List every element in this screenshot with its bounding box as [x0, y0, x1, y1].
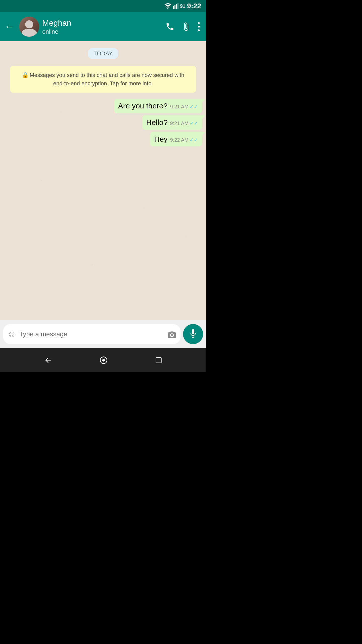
input-area: ☺ [0, 320, 206, 348]
message-text: Hey [154, 135, 167, 143]
more-options-button[interactable] [195, 19, 203, 34]
svg-rect-14 [156, 358, 161, 363]
nav-bar [0, 348, 206, 372]
battery-indicator: 91 [180, 3, 186, 9]
message-text: Hello? [146, 118, 168, 127]
message-time: 9:21 AM [170, 120, 189, 126]
read-receipt-icon: ✓✓ [190, 120, 198, 126]
home-nav-button[interactable] [97, 353, 111, 367]
message-time: 9:21 AM [170, 104, 189, 110]
contact-info: Meghan online [42, 18, 159, 35]
message-bubble: Hello? 9:21 AM ✓✓ [142, 115, 202, 130]
contact-status: online [42, 28, 159, 35]
recent-nav-button[interactable] [152, 354, 165, 367]
message-bubble: Hey 9:22 AM ✓✓ [150, 132, 202, 146]
back-button[interactable]: ← [3, 19, 16, 34]
message-input-container: ☺ [3, 324, 180, 344]
message-time: 9:22 AM [170, 137, 189, 143]
lock-icon: 🔒 [22, 72, 29, 78]
message-meta: 9:22 AM ✓✓ [170, 137, 198, 143]
emoji-button[interactable]: ☺ [7, 329, 16, 339]
security-text: Messages you send to this chat and calls… [30, 72, 184, 87]
message-row: Hello? 9:21 AM ✓✓ [4, 115, 202, 130]
message-row: Are you there? 9:21 AM ✓✓ [4, 99, 202, 113]
svg-point-7 [198, 29, 200, 31]
toolbar: ← Meghan online [0, 12, 206, 41]
mic-button[interactable] [183, 324, 203, 344]
messages-container: Are you there? 9:21 AM ✓✓ Hello? 9:21 AM… [4, 97, 202, 148]
status-bar: 91 9:22 [0, 0, 206, 12]
svg-point-8 [171, 334, 173, 336]
message-row: Hey 9:22 AM ✓✓ [4, 132, 202, 146]
wifi-icon [164, 3, 171, 9]
status-icons: 91 9:22 [164, 2, 201, 10]
message-bubble: Are you there? 9:21 AM ✓✓ [114, 99, 202, 113]
svg-rect-4 [177, 3, 178, 9]
svg-point-0 [167, 8, 168, 9]
svg-rect-1 [173, 6, 174, 9]
read-receipt-icon: ✓✓ [190, 104, 198, 110]
read-receipt-icon: ✓✓ [190, 137, 198, 143]
message-meta: 9:21 AM ✓✓ [170, 104, 198, 110]
chat-content: TODAY 🔒Messages you send to this chat an… [0, 41, 206, 152]
svg-rect-3 [176, 4, 177, 9]
attach-button[interactable] [178, 19, 194, 34]
chat-area: TODAY 🔒Messages you send to this chat an… [0, 41, 206, 320]
contact-name: Meghan [42, 18, 159, 28]
date-chip: TODAY [88, 48, 118, 59]
svg-point-13 [102, 359, 105, 362]
security-notice[interactable]: 🔒Messages you send to this chat and call… [10, 66, 196, 93]
mic-icon [190, 329, 197, 339]
svg-point-6 [198, 26, 200, 27]
message-text: Are you there? [118, 102, 168, 110]
avatar[interactable] [19, 17, 39, 37]
svg-rect-9 [192, 329, 194, 334]
message-meta: 9:21 AM ✓✓ [170, 120, 198, 126]
camera-button[interactable] [167, 330, 176, 338]
svg-rect-2 [174, 5, 175, 9]
svg-point-5 [198, 22, 200, 24]
message-input[interactable] [19, 330, 164, 338]
status-time: 9:22 [187, 2, 201, 10]
call-button[interactable] [162, 19, 177, 34]
toolbar-actions [162, 19, 203, 34]
back-nav-button[interactable] [41, 353, 55, 367]
signal-icon [173, 3, 178, 9]
